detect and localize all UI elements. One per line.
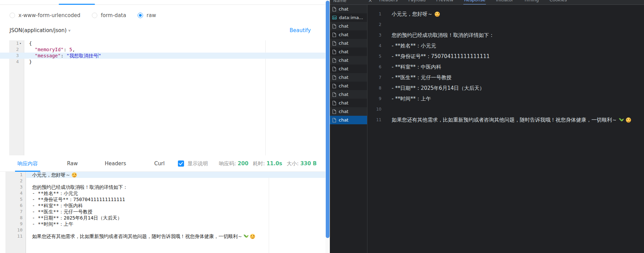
document-icon [332,75,339,80]
response-line-number: 8 [368,83,381,94]
network-request-row[interactable]: chat [330,56,367,65]
response-tab-Headers[interactable]: Headers [103,155,127,172]
scrollbar-thumb[interactable] [326,1,330,238]
network-request-row[interactable]: chat [330,39,367,47]
response-line: 7- **医生**：元仔一号教授 [0,209,325,215]
radio-option-raw[interactable]: raw [138,12,156,18]
response-tab-Raw[interactable]: Raw [65,155,80,172]
response-line: 5- **身份证号**：750704111111111111 [0,196,325,202]
radio-option-x-www-form-urlencoded[interactable]: x-www-form-urlencoded [10,12,80,18]
token-punc: : [64,47,69,52]
response-line-text: - **日期**：2025年6月14日（大后天） [392,83,485,94]
devtools-response-view: 1小元元，您好呀～23您的预约已经成功取消啦！取消的详情如下：4- **姓名**… [368,5,644,253]
response-line: 10 [0,227,325,233]
devtools-panel: Name × HeadersPayloadPreviewResponseInit… [330,0,644,253]
meta-item: 响应码:200 [219,160,248,167]
code-line: 4} [0,59,325,65]
response-line-text: - **医生**：元仔一号教授 [32,209,93,215]
top-divider [0,4,325,5]
devtools-response-line: 1小元元，您好呀～ [368,9,644,19]
response-line: 6- **科室**：中医内科 [0,202,325,209]
response-line: 9- **时间**：上午 [0,221,325,227]
response-line-number: 10 [368,104,381,115]
document-icon [332,41,339,46]
devtools-tab-cookies[interactable]: Cookies [549,0,568,5]
response-line-text: - **身份证号**：750704111111111111 [392,51,490,62]
request-name: chat [339,92,348,97]
response-tab-响应内容[interactable]: 响应内容 [15,155,40,172]
network-request-row[interactable]: chat [330,22,367,30]
devtools-tab-preview[interactable]: Preview [435,0,454,5]
network-request-row[interactable]: chat [330,65,367,73]
radio-selected-icon[interactable] [138,13,143,18]
response-meta: 响应码:200耗时:11.0s大小:330 B [219,155,321,172]
network-request-row[interactable]: chat [330,47,367,56]
line-number: 7 [0,209,26,215]
response-line-text: - **科室**：中医内科 [32,202,83,209]
network-request-row[interactable]: chat [330,73,367,82]
devtools-response-line: 11如果您还有其他需求，比如重新预约或者咨询其他问题，随时告诉我哦！祝您身体健康… [368,115,644,125]
document-icon [332,58,339,63]
emoji-herb-icon [244,234,249,239]
token-punc: } [29,59,32,65]
response-line: 1小元元，您好呀～ [0,172,325,178]
response-line-text: 您的预约已经成功取消啦！取消的详情如下： [32,184,128,190]
token-punc: , [72,47,75,52]
token-punc: { [29,41,32,46]
response-line: 8- **日期**：2025年6月14日（大后天） [0,215,325,221]
radio-unselected-icon[interactable] [10,13,15,18]
checkbox-checked-icon[interactable] [178,160,184,167]
devtools-tab-timing[interactable]: Timing [523,0,540,5]
show-description-checkbox[interactable]: 显示说明 [178,155,208,172]
devtools-tab-initiator[interactable]: Initiator [495,0,514,5]
document-icon [332,92,339,97]
document-icon [332,7,339,12]
response-line-number: 2 [368,19,381,30]
document-icon [332,32,339,37]
network-request-row[interactable]: chat [330,107,367,116]
response-line-text: - **日期**：2025年6月14日（大后天） [32,215,122,221]
request-editor[interactable]: 1▾{2 "memoryId": 5,3 "message": "我想取消挂号"… [0,40,325,155]
content-type-select[interactable]: JSON(application/json) ∨ [10,27,71,33]
devtools-response-line: 3您的预约已经成功取消啦！取消的详情如下： [368,30,644,41]
devtools-response-line: 9- **时间**：上午 [368,94,644,104]
response-content-editor[interactable]: 1小元元，您好呀～23您的预约已经成功取消啦！取消的详情如下：4- **姓名**… [0,172,325,253]
response-line: 2 [0,178,325,184]
document-icon [332,24,339,29]
network-request-row[interactable]: data:ima... [330,13,367,22]
request-body-pane: x-www-form-urlencodedform-dataraw JSON(a… [0,0,325,253]
response-line-text: - **姓名**：小元元 [392,41,436,51]
meta-value: 11.0s [266,160,282,167]
devtools-tab-response[interactable]: Response [463,0,486,5]
pane-scrollbar [325,0,330,253]
response-line-text: - **身份证号**：750704111111111111 [32,196,125,202]
network-request-row[interactable]: chat [330,82,367,90]
beautify-link[interactable]: Beautify [290,27,311,33]
document-icon [332,50,339,54]
close-icon[interactable]: × [368,0,373,3]
line-number: 2 [0,178,26,184]
network-request-row[interactable]: chat [330,116,367,124]
meta-value: 200 [238,160,248,167]
network-request-row[interactable]: chat [330,90,367,99]
code-line: 1▾{ [0,40,325,46]
response-line-text: 小元元，您好呀～ [392,9,440,19]
request-name: chat [339,6,348,12]
network-request-row[interactable]: chat [330,99,367,107]
devtools-response-line: 5- **身份证号**：750704111111111111 [368,51,644,62]
network-request-row[interactable]: chat [330,30,367,39]
devtools-tab-payload[interactable]: Payload [408,0,426,5]
network-request-row[interactable]: chat [330,5,367,13]
document-icon [332,109,339,114]
line-number: 11 [0,233,26,239]
radio-unselected-icon[interactable] [92,13,97,18]
token-str: " [98,53,101,58]
code-content: } [29,59,32,65]
meta-label: 响应码: [219,160,236,167]
response-line-number: 1 [368,9,381,19]
fold-arrow-icon[interactable]: ▾ [19,40,21,46]
response-tab-Curl[interactable]: Curl [153,155,166,172]
radio-option-form-data[interactable]: form-data [92,12,126,18]
active-tab-indicator [59,4,95,5]
devtools-tab-headers[interactable]: Headers [379,0,398,5]
